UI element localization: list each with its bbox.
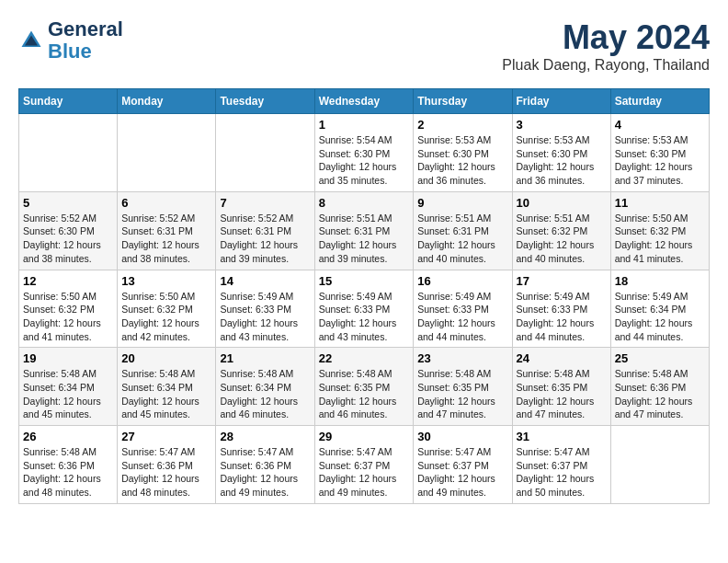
logo: General Blue xyxy=(18,18,123,63)
day-info: Sunrise: 5:48 AM Sunset: 6:36 PM Dayligh… xyxy=(615,367,705,421)
calendar-cell: 25Sunrise: 5:48 AM Sunset: 6:36 PM Dayli… xyxy=(610,348,709,426)
day-number: 21 xyxy=(220,351,310,365)
day-number: 25 xyxy=(615,351,705,365)
day-info: Sunrise: 5:50 AM Sunset: 6:32 PM Dayligh… xyxy=(615,212,705,266)
calendar-cell: 20Sunrise: 5:48 AM Sunset: 6:34 PM Dayli… xyxy=(118,348,216,426)
day-info: Sunrise: 5:47 AM Sunset: 6:37 PM Dayligh… xyxy=(517,445,607,500)
calendar-cell: 27Sunrise: 5:47 AM Sunset: 6:36 PM Dayli… xyxy=(118,426,216,504)
day-info: Sunrise: 5:47 AM Sunset: 6:37 PM Dayligh… xyxy=(319,445,410,500)
day-info: Sunrise: 5:52 AM Sunset: 6:31 PM Dayligh… xyxy=(220,212,310,266)
logo-line1: General xyxy=(48,18,123,40)
calendar-cell: 23Sunrise: 5:48 AM Sunset: 6:35 PM Dayli… xyxy=(414,348,512,426)
day-info: Sunrise: 5:48 AM Sunset: 6:35 PM Dayligh… xyxy=(319,367,410,421)
calendar-header-row: SundayMondayTuesdayWednesdayThursdayFrid… xyxy=(19,89,710,114)
day-number: 31 xyxy=(517,430,607,443)
calendar-cell xyxy=(216,114,314,192)
day-info: Sunrise: 5:52 AM Sunset: 6:31 PM Dayligh… xyxy=(121,212,211,266)
calendar-cell: 14Sunrise: 5:49 AM Sunset: 6:33 PM Dayli… xyxy=(216,270,314,348)
day-number: 11 xyxy=(615,196,705,210)
day-number: 2 xyxy=(417,118,507,132)
main-title: May 2024 xyxy=(502,18,710,57)
day-number: 9 xyxy=(417,196,507,210)
day-info: Sunrise: 5:48 AM Sunset: 6:35 PM Dayligh… xyxy=(417,367,507,421)
calendar-table: SundayMondayTuesdayWednesdayThursdayFrid… xyxy=(18,88,710,504)
day-info: Sunrise: 5:49 AM Sunset: 6:33 PM Dayligh… xyxy=(220,290,310,344)
calendar-week-2: 5Sunrise: 5:52 AM Sunset: 6:30 PM Daylig… xyxy=(19,191,710,270)
day-number: 5 xyxy=(23,196,113,210)
calendar-cell: 2Sunrise: 5:53 AM Sunset: 6:30 PM Daylig… xyxy=(414,114,512,192)
day-info: Sunrise: 5:53 AM Sunset: 6:30 PM Dayligh… xyxy=(417,133,507,188)
calendar-cell: 6Sunrise: 5:52 AM Sunset: 6:31 PM Daylig… xyxy=(118,191,216,270)
calendar-cell xyxy=(118,114,216,192)
calendar-cell: 19Sunrise: 5:48 AM Sunset: 6:34 PM Dayli… xyxy=(19,348,118,426)
day-info: Sunrise: 5:49 AM Sunset: 6:33 PM Dayligh… xyxy=(417,290,507,344)
logo-icon xyxy=(18,28,44,53)
calendar-week-1: 1Sunrise: 5:54 AM Sunset: 6:30 PM Daylig… xyxy=(19,114,710,192)
day-info: Sunrise: 5:49 AM Sunset: 6:33 PM Dayligh… xyxy=(319,290,410,344)
day-number: 8 xyxy=(319,196,410,210)
calendar-cell xyxy=(610,426,709,504)
day-number: 4 xyxy=(615,118,705,132)
day-info: Sunrise: 5:47 AM Sunset: 6:37 PM Dayligh… xyxy=(417,445,507,500)
day-number: 15 xyxy=(319,274,410,288)
calendar-cell: 28Sunrise: 5:47 AM Sunset: 6:36 PM Dayli… xyxy=(216,426,314,504)
calendar-cell: 13Sunrise: 5:50 AM Sunset: 6:32 PM Dayli… xyxy=(118,270,216,348)
calendar-cell: 15Sunrise: 5:49 AM Sunset: 6:33 PM Dayli… xyxy=(314,270,414,348)
day-info: Sunrise: 5:54 AM Sunset: 6:30 PM Dayligh… xyxy=(319,133,410,188)
day-number: 30 xyxy=(417,430,507,443)
calendar-cell: 31Sunrise: 5:47 AM Sunset: 6:37 PM Dayli… xyxy=(512,426,610,504)
day-number: 24 xyxy=(517,351,607,365)
calendar-header-monday: Monday xyxy=(118,89,216,114)
title-block: May 2024 Pluak Daeng, Rayong, Thailand xyxy=(502,18,710,74)
day-number: 26 xyxy=(23,430,113,443)
calendar-cell: 3Sunrise: 5:53 AM Sunset: 6:30 PM Daylig… xyxy=(512,114,610,192)
day-info: Sunrise: 5:51 AM Sunset: 6:31 PM Dayligh… xyxy=(319,212,410,266)
day-number: 13 xyxy=(121,274,211,288)
day-number: 10 xyxy=(517,196,607,210)
day-number: 3 xyxy=(517,118,607,132)
calendar-cell: 11Sunrise: 5:50 AM Sunset: 6:32 PM Dayli… xyxy=(610,191,709,270)
calendar-cell xyxy=(19,114,118,192)
calendar-cell: 29Sunrise: 5:47 AM Sunset: 6:37 PM Dayli… xyxy=(314,426,414,504)
day-info: Sunrise: 5:48 AM Sunset: 6:36 PM Dayligh… xyxy=(23,445,113,500)
day-info: Sunrise: 5:48 AM Sunset: 6:34 PM Dayligh… xyxy=(220,367,310,421)
day-number: 29 xyxy=(319,430,410,443)
calendar-week-5: 26Sunrise: 5:48 AM Sunset: 6:36 PM Dayli… xyxy=(19,426,710,504)
calendar-cell: 8Sunrise: 5:51 AM Sunset: 6:31 PM Daylig… xyxy=(314,191,414,270)
calendar-week-3: 12Sunrise: 5:50 AM Sunset: 6:32 PM Dayli… xyxy=(19,270,710,348)
calendar-cell: 9Sunrise: 5:51 AM Sunset: 6:31 PM Daylig… xyxy=(414,191,512,270)
calendar-header-thursday: Thursday xyxy=(414,89,512,114)
logo-text: General Blue xyxy=(48,18,123,63)
calendar-cell: 12Sunrise: 5:50 AM Sunset: 6:32 PM Dayli… xyxy=(19,270,118,348)
day-number: 20 xyxy=(121,351,211,365)
day-info: Sunrise: 5:50 AM Sunset: 6:32 PM Dayligh… xyxy=(23,290,113,344)
day-number: 17 xyxy=(517,274,607,288)
day-info: Sunrise: 5:49 AM Sunset: 6:33 PM Dayligh… xyxy=(517,290,607,344)
subtitle: Pluak Daeng, Rayong, Thailand xyxy=(502,57,710,74)
calendar-cell: 17Sunrise: 5:49 AM Sunset: 6:33 PM Dayli… xyxy=(512,270,610,348)
calendar-cell: 26Sunrise: 5:48 AM Sunset: 6:36 PM Dayli… xyxy=(19,426,118,504)
day-number: 1 xyxy=(319,118,410,132)
day-info: Sunrise: 5:48 AM Sunset: 6:34 PM Dayligh… xyxy=(23,367,113,421)
calendar-cell: 7Sunrise: 5:52 AM Sunset: 6:31 PM Daylig… xyxy=(216,191,314,270)
day-number: 18 xyxy=(615,274,705,288)
day-number: 28 xyxy=(220,430,310,443)
day-info: Sunrise: 5:51 AM Sunset: 6:31 PM Dayligh… xyxy=(417,212,507,266)
day-info: Sunrise: 5:48 AM Sunset: 6:35 PM Dayligh… xyxy=(517,367,607,421)
day-number: 16 xyxy=(417,274,507,288)
calendar-header-sunday: Sunday xyxy=(19,89,118,114)
calendar-cell: 22Sunrise: 5:48 AM Sunset: 6:35 PM Dayli… xyxy=(314,348,414,426)
calendar-cell: 1Sunrise: 5:54 AM Sunset: 6:30 PM Daylig… xyxy=(314,114,414,192)
day-info: Sunrise: 5:49 AM Sunset: 6:34 PM Dayligh… xyxy=(615,290,705,344)
calendar-header-saturday: Saturday xyxy=(610,89,709,114)
day-info: Sunrise: 5:47 AM Sunset: 6:36 PM Dayligh… xyxy=(121,445,211,500)
day-number: 6 xyxy=(121,196,211,210)
calendar-cell: 5Sunrise: 5:52 AM Sunset: 6:30 PM Daylig… xyxy=(19,191,118,270)
day-number: 7 xyxy=(220,196,310,210)
calendar-cell: 10Sunrise: 5:51 AM Sunset: 6:32 PM Dayli… xyxy=(512,191,610,270)
calendar-cell: 4Sunrise: 5:53 AM Sunset: 6:30 PM Daylig… xyxy=(610,114,709,192)
day-info: Sunrise: 5:53 AM Sunset: 6:30 PM Dayligh… xyxy=(615,133,705,188)
calendar-cell: 30Sunrise: 5:47 AM Sunset: 6:37 PM Dayli… xyxy=(414,426,512,504)
day-info: Sunrise: 5:47 AM Sunset: 6:36 PM Dayligh… xyxy=(220,445,310,500)
calendar-week-4: 19Sunrise: 5:48 AM Sunset: 6:34 PM Dayli… xyxy=(19,348,710,426)
